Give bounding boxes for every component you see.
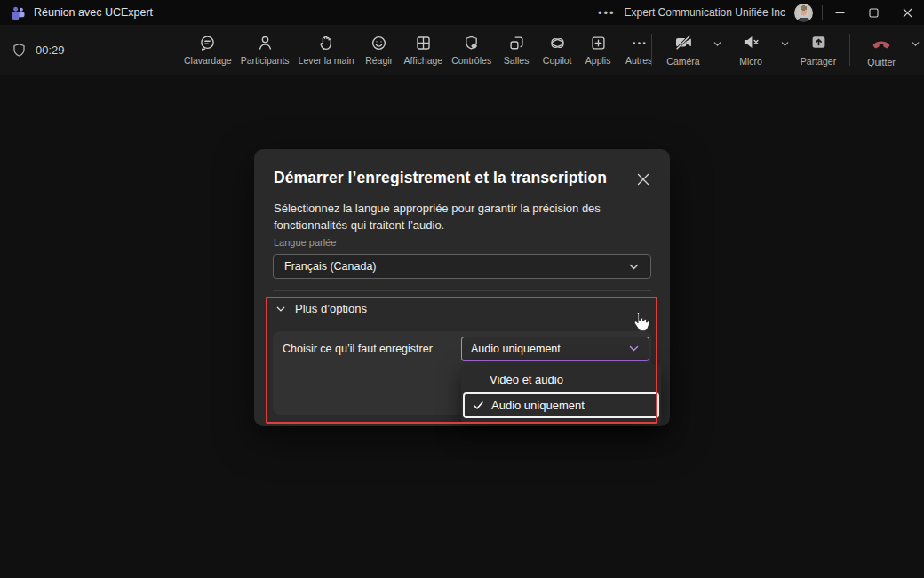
- chat-button[interactable]: Clavardage: [179, 25, 236, 75]
- rooms-button[interactable]: Salles: [496, 25, 537, 75]
- hangup-icon: [871, 32, 892, 53]
- participants-button[interactable]: Participants: [236, 25, 294, 75]
- button-label: Clavardage: [184, 55, 232, 66]
- record-choice-label: Choisir ce qu’il faut enregistrer: [283, 343, 433, 355]
- button-label: Réagir: [365, 55, 393, 66]
- record-choice-listbox: Vidéo et audio Audio uniquement: [461, 364, 661, 424]
- meeting-stage: Démarrer l’enregistrement et la transcri…: [0, 75, 924, 578]
- dialog-title: Démarrer l’enregistrement et la transcri…: [274, 169, 607, 187]
- teams-icon: [11, 5, 26, 20]
- button-label: Lever la main: [299, 55, 354, 66]
- button-label: Partager: [801, 56, 836, 67]
- titlebar-more-icon[interactable]: •••: [589, 6, 625, 20]
- record-choice-value: Audio uniquement: [471, 343, 561, 355]
- avatar[interactable]: [794, 4, 813, 22]
- camera-off-icon: [673, 32, 694, 52]
- meeting-timer: 00:29: [36, 44, 65, 57]
- camera-options-chevron-icon[interactable]: [708, 39, 726, 49]
- leave-options-chevron-icon[interactable]: [906, 39, 924, 49]
- maximize-button[interactable]: [856, 0, 890, 25]
- button-label: Caméra: [666, 56, 699, 67]
- rooms-icon: [507, 34, 526, 52]
- speaker-muted-icon: [741, 32, 761, 52]
- titlebar: Réunion avec UCExpert ••• Expert Communi…: [0, 0, 924, 25]
- camera-button[interactable]: Caméra: [658, 32, 708, 67]
- smiley-icon: [370, 34, 388, 52]
- window-title: Réunion avec UCExpert: [34, 6, 153, 19]
- recording-transcription-dialog: Démarrer l’enregistrement et la transcri…: [254, 149, 670, 426]
- chat-icon: [198, 34, 217, 52]
- minimize-button[interactable]: [823, 0, 856, 25]
- dialog-close-button[interactable]: [636, 172, 650, 186]
- add-app-icon: [589, 34, 608, 52]
- chevron-down-icon: [628, 261, 640, 273]
- mic-button[interactable]: Micro: [726, 32, 776, 67]
- chevron-down-icon: [275, 304, 286, 314]
- button-label: Contrôles: [451, 55, 491, 66]
- chevron-down-icon: [628, 343, 640, 354]
- close-window-button[interactable]: [890, 0, 924, 25]
- copilot-icon: [548, 34, 567, 52]
- button-label: Participants: [241, 55, 290, 66]
- toolbar-divider: [651, 34, 652, 66]
- checkmark-icon: [472, 400, 484, 411]
- button-label: Micro: [739, 56, 762, 67]
- record-choice-dropdown[interactable]: Audio uniquement: [461, 337, 649, 361]
- share-button[interactable]: Partager: [793, 32, 843, 67]
- option-audio-only[interactable]: Audio uniquement: [463, 392, 659, 418]
- option-video-and-audio[interactable]: Vidéo et audio: [463, 366, 659, 392]
- shield-gear-icon: [462, 34, 481, 52]
- grid-icon: [414, 34, 433, 52]
- teams-meeting-window: Réunion avec UCExpert ••• Expert Communi…: [0, 0, 924, 578]
- shield-icon[interactable]: [11, 42, 28, 59]
- more-options-label: Plus d’options: [295, 302, 367, 315]
- meeting-toolbar: 00:29 Clavardage Participants: [0, 25, 924, 75]
- raised-hand-icon: [317, 34, 336, 52]
- spoken-language-value: Français (Canada): [284, 260, 377, 273]
- apps-button[interactable]: Applis: [578, 25, 618, 75]
- option-label: Vidéo et audio: [490, 373, 563, 386]
- dialog-description: Sélectionnez la langue appropriée pour g…: [274, 201, 627, 234]
- view-button[interactable]: Affichage: [400, 25, 448, 75]
- share-icon: [808, 32, 829, 52]
- mic-options-chevron-icon[interactable]: [776, 39, 793, 49]
- react-button[interactable]: Réagir: [359, 25, 400, 75]
- controls-button[interactable]: Contrôles: [447, 25, 496, 75]
- button-label: Applis: [585, 55, 611, 66]
- spoken-language-dropdown[interactable]: Français (Canada): [273, 254, 651, 279]
- language-label: Langue parlée: [274, 237, 336, 248]
- option-label: Audio uniquement: [491, 399, 585, 412]
- dialog-divider: [273, 290, 651, 291]
- account-name: Expert Communication Unifiée Inc: [625, 6, 785, 19]
- more-options-expander[interactable]: Plus d’options: [275, 302, 367, 315]
- raise-hand-button[interactable]: Lever la main: [294, 25, 359, 75]
- toolbar-divider: [849, 34, 850, 66]
- button-label: Salles: [504, 55, 530, 66]
- leave-button[interactable]: Quitter: [856, 32, 906, 67]
- button-label: Copilot: [543, 55, 572, 66]
- people-icon: [256, 34, 275, 52]
- button-label: Quitter: [867, 57, 896, 67]
- copilot-button[interactable]: Copilot: [537, 25, 578, 75]
- button-label: Affichage: [404, 55, 443, 66]
